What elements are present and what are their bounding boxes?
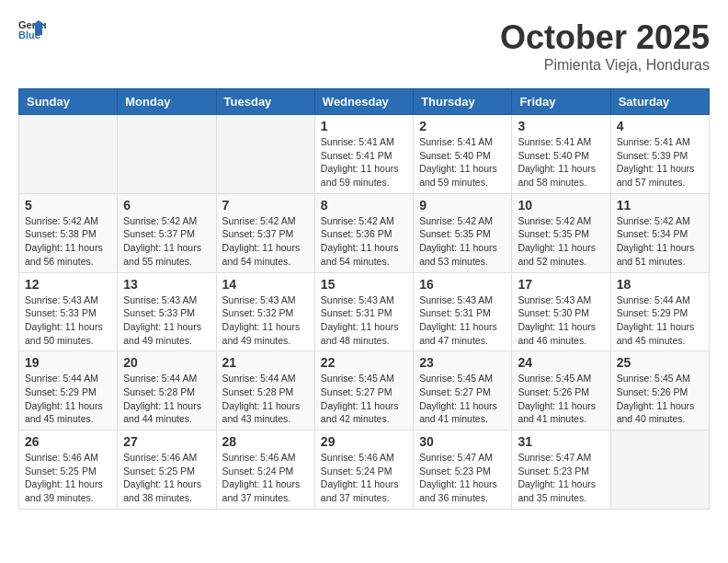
day-info: Sunrise: 5:42 AM Sunset: 5:34 PM Dayligh… [617, 214, 703, 269]
calendar-cell: 6Sunrise: 5:42 AM Sunset: 5:37 PM Daylig… [118, 193, 216, 272]
day-info: Sunrise: 5:42 AM Sunset: 5:37 PM Dayligh… [123, 214, 210, 269]
weekday-row: SundayMondayTuesdayWednesdayThursdayFrid… [19, 89, 710, 115]
day-number: 17 [518, 277, 604, 292]
day-number: 26 [25, 434, 111, 449]
day-info: Sunrise: 5:46 AM Sunset: 5:24 PM Dayligh… [321, 451, 407, 505]
day-info: Sunrise: 5:41 AM Sunset: 5:40 PM Dayligh… [518, 135, 604, 190]
day-info: Sunrise: 5:45 AM Sunset: 5:26 PM Dayligh… [518, 372, 604, 426]
day-info: Sunrise: 5:41 AM Sunset: 5:39 PM Dayligh… [617, 135, 703, 190]
calendar-cell: 23Sunrise: 5:45 AM Sunset: 5:27 PM Dayli… [414, 351, 512, 431]
day-number: 7 [222, 198, 309, 213]
calendar-week-1: 1Sunrise: 5:41 AM Sunset: 5:41 PM Daylig… [19, 115, 710, 194]
day-number: 2 [419, 119, 506, 133]
day-info: Sunrise: 5:46 AM Sunset: 5:25 PM Dayligh… [25, 451, 111, 505]
day-info: Sunrise: 5:44 AM Sunset: 5:29 PM Dayligh… [25, 372, 111, 426]
day-info: Sunrise: 5:43 AM Sunset: 5:31 PM Dayligh… [321, 293, 407, 348]
calendar-cell: 28Sunrise: 5:46 AM Sunset: 5:24 PM Dayli… [216, 431, 314, 510]
day-number: 19 [25, 355, 111, 370]
day-info: Sunrise: 5:43 AM Sunset: 5:32 PM Dayligh… [222, 293, 309, 348]
weekday-header-sunday: Sunday [19, 89, 118, 115]
day-number: 5 [25, 198, 111, 213]
weekday-header-thursday: Thursday [414, 89, 512, 115]
calendar-cell: 17Sunrise: 5:43 AM Sunset: 5:30 PM Dayli… [512, 272, 610, 351]
calendar-cell: 12Sunrise: 5:43 AM Sunset: 5:33 PM Dayli… [19, 272, 118, 351]
calendar-cell: 16Sunrise: 5:43 AM Sunset: 5:31 PM Dayli… [414, 272, 512, 351]
day-info: Sunrise: 5:45 AM Sunset: 5:27 PM Dayligh… [419, 372, 506, 426]
calendar-week-5: 26Sunrise: 5:46 AM Sunset: 5:25 PM Dayli… [19, 431, 710, 510]
day-number: 13 [123, 277, 210, 292]
calendar-cell: 31Sunrise: 5:47 AM Sunset: 5:23 PM Dayli… [512, 431, 610, 510]
day-number: 10 [518, 198, 604, 213]
day-number: 12 [25, 277, 111, 292]
day-info: Sunrise: 5:42 AM Sunset: 5:36 PM Dayligh… [321, 214, 407, 269]
day-number: 30 [419, 434, 506, 449]
logo: General Blue [18, 18, 46, 40]
day-number: 14 [222, 277, 309, 292]
calendar-cell: 7Sunrise: 5:42 AM Sunset: 5:37 PM Daylig… [216, 193, 314, 272]
weekday-header-monday: Monday [118, 89, 216, 115]
day-info: Sunrise: 5:45 AM Sunset: 5:27 PM Dayligh… [321, 372, 407, 426]
day-number: 31 [518, 434, 604, 449]
day-number: 23 [419, 355, 506, 370]
weekday-header-saturday: Saturday [610, 89, 709, 115]
day-number: 6 [123, 198, 210, 213]
calendar-cell: 18Sunrise: 5:44 AM Sunset: 5:29 PM Dayli… [610, 272, 709, 351]
calendar-body: 1Sunrise: 5:41 AM Sunset: 5:41 PM Daylig… [19, 115, 710, 510]
day-number: 20 [123, 355, 210, 370]
calendar-cell: 4Sunrise: 5:41 AM Sunset: 5:39 PM Daylig… [610, 115, 709, 194]
day-info: Sunrise: 5:41 AM Sunset: 5:40 PM Dayligh… [419, 135, 506, 190]
weekday-header-friday: Friday [512, 89, 610, 115]
day-info: Sunrise: 5:46 AM Sunset: 5:25 PM Dayligh… [123, 451, 210, 505]
calendar-week-4: 19Sunrise: 5:44 AM Sunset: 5:29 PM Dayli… [19, 351, 710, 431]
calendar-cell: 29Sunrise: 5:46 AM Sunset: 5:24 PM Dayli… [314, 431, 413, 510]
calendar-cell [610, 431, 709, 510]
title-area: October 2025 Pimienta Vieja, Honduras [500, 18, 710, 74]
location-title: Pimienta Vieja, Honduras [500, 57, 710, 74]
calendar-cell: 3Sunrise: 5:41 AM Sunset: 5:40 PM Daylig… [512, 115, 610, 194]
calendar-week-3: 12Sunrise: 5:43 AM Sunset: 5:33 PM Dayli… [19, 272, 710, 351]
weekday-header-wednesday: Wednesday [314, 89, 413, 115]
day-number: 4 [617, 119, 703, 133]
calendar-cell: 13Sunrise: 5:43 AM Sunset: 5:33 PM Dayli… [118, 272, 216, 351]
calendar-cell: 27Sunrise: 5:46 AM Sunset: 5:25 PM Dayli… [118, 431, 216, 510]
day-number: 8 [321, 198, 407, 213]
day-number: 3 [518, 119, 604, 133]
calendar-cell: 8Sunrise: 5:42 AM Sunset: 5:36 PM Daylig… [314, 193, 413, 272]
calendar-cell: 10Sunrise: 5:42 AM Sunset: 5:35 PM Dayli… [512, 193, 610, 272]
day-number: 27 [123, 434, 210, 449]
day-number: 18 [617, 277, 703, 292]
day-number: 25 [617, 355, 703, 370]
day-info: Sunrise: 5:42 AM Sunset: 5:38 PM Dayligh… [25, 214, 111, 269]
calendar-cell: 30Sunrise: 5:47 AM Sunset: 5:23 PM Dayli… [414, 431, 512, 510]
day-number: 24 [518, 355, 604, 370]
calendar-cell [118, 115, 216, 194]
day-info: Sunrise: 5:42 AM Sunset: 5:35 PM Dayligh… [419, 214, 506, 269]
header: General Blue October 2025 Pimienta Vieja… [18, 18, 710, 74]
calendar-cell: 5Sunrise: 5:42 AM Sunset: 5:38 PM Daylig… [19, 193, 118, 272]
calendar-header: SundayMondayTuesdayWednesdayThursdayFrid… [19, 89, 710, 115]
day-number: 11 [617, 198, 703, 213]
calendar-week-2: 5Sunrise: 5:42 AM Sunset: 5:38 PM Daylig… [19, 193, 710, 272]
calendar-cell: 20Sunrise: 5:44 AM Sunset: 5:28 PM Dayli… [118, 351, 216, 431]
day-info: Sunrise: 5:42 AM Sunset: 5:35 PM Dayligh… [518, 214, 604, 269]
day-info: Sunrise: 5:42 AM Sunset: 5:37 PM Dayligh… [222, 214, 309, 269]
day-number: 1 [321, 119, 407, 133]
day-number: 16 [419, 277, 506, 292]
month-title: October 2025 [500, 18, 710, 57]
day-number: 21 [222, 355, 309, 370]
calendar-cell: 14Sunrise: 5:43 AM Sunset: 5:32 PM Dayli… [216, 272, 314, 351]
day-info: Sunrise: 5:46 AM Sunset: 5:24 PM Dayligh… [222, 451, 309, 505]
weekday-header-tuesday: Tuesday [216, 89, 314, 115]
calendar-cell: 15Sunrise: 5:43 AM Sunset: 5:31 PM Dayli… [314, 272, 413, 351]
day-info: Sunrise: 5:44 AM Sunset: 5:29 PM Dayligh… [617, 293, 703, 348]
calendar-cell [19, 115, 118, 194]
day-info: Sunrise: 5:45 AM Sunset: 5:26 PM Dayligh… [617, 372, 703, 426]
day-number: 9 [419, 198, 506, 213]
day-number: 22 [321, 355, 407, 370]
calendar-cell: 25Sunrise: 5:45 AM Sunset: 5:26 PM Dayli… [610, 351, 709, 431]
calendar-cell: 2Sunrise: 5:41 AM Sunset: 5:40 PM Daylig… [414, 115, 512, 194]
calendar-cell: 1Sunrise: 5:41 AM Sunset: 5:41 PM Daylig… [314, 115, 413, 194]
day-info: Sunrise: 5:47 AM Sunset: 5:23 PM Dayligh… [518, 451, 604, 505]
day-info: Sunrise: 5:43 AM Sunset: 5:33 PM Dayligh… [25, 293, 111, 348]
day-info: Sunrise: 5:44 AM Sunset: 5:28 PM Dayligh… [123, 372, 210, 426]
